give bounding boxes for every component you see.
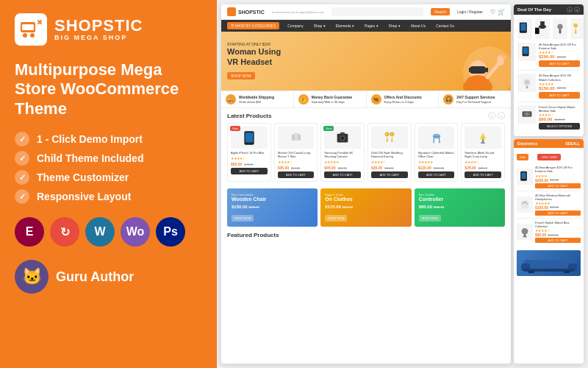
svg-point-47 <box>524 79 528 84</box>
banner-title-2: On Clothes <box>325 197 406 202</box>
product-name-3: Samsung Portable 4K Shooting Camera <box>324 151 361 158</box>
product-img-4 <box>371 127 408 149</box>
mockup-logo-text: SHOPSTIC <box>238 10 265 15</box>
woocommerce-icon[interactable]: Wo <box>121 217 150 247</box>
deal-of-the-day: Deal Of The Day ‹ › <box>514 4 584 136</box>
svg-line-17 <box>503 57 505 58</box>
svg-rect-21 <box>294 132 298 140</box>
deal-next[interactable]: › <box>574 7 580 13</box>
hero-btn[interactable]: SHOP NOW <box>227 72 255 79</box>
products-next[interactable]: › <box>498 112 505 119</box>
svg-rect-25 <box>340 132 345 135</box>
cat-img-1 <box>517 169 533 185</box>
cat-info-1: 40-New Aimgoe 45% Off For Extreme Sale ★… <box>535 166 581 188</box>
svg-rect-53 <box>522 172 526 179</box>
deal-info-2: 40-New Aimgoe 45% Off Watch Collection ★… <box>539 74 580 98</box>
svg-rect-11 <box>486 68 488 72</box>
deal-img-2 <box>517 74 536 92</box>
product-old-price-2: $50.00 <box>291 166 300 170</box>
electronics-sidebar: Electronics SEEALL Sale -ONLY $200* 40-N… <box>514 139 584 364</box>
banner-btn-1[interactable]: SHOP NOW <box>232 215 254 222</box>
cart-icon[interactable]: 🛒 <box>498 9 505 15</box>
product-add-btn-4[interactable]: ADD TO CART <box>371 171 408 178</box>
nav-shop2[interactable]: Shop ▾ <box>387 22 403 29</box>
cat-pricing-1: $200.00 $40.00 <box>535 178 581 183</box>
shipping-icon: 🚚 <box>226 94 236 105</box>
feature-shipping: 🚚 Worldwide Shipping Order above $50 <box>221 91 294 107</box>
logo-area: SHOPSTIC BIG MEGA SHOP <box>15 13 202 46</box>
mockup-search-bar[interactable] <box>331 7 423 16</box>
product-add-btn-2[interactable]: ADD TO CART <box>278 171 315 178</box>
electronics-sale-badge: Sale <box>517 154 528 160</box>
nav-about[interactable]: About Us <box>409 22 429 29</box>
deal-add-btn-1[interactable]: ADD TO CART <box>539 60 580 67</box>
cat-btn-3[interactable]: ADD TO CART <box>535 238 581 243</box>
products-prev[interactable]: ‹ <box>488 112 495 119</box>
product-add-btn-3[interactable]: ADD TO CART <box>324 171 361 178</box>
wordpress-icon[interactable]: W <box>85 217 115 247</box>
mockup-main: SHOPSTIC ● themeforest.net ● support@the… <box>221 4 511 364</box>
product-add-btn-1[interactable]: ADD TO CART <box>231 168 268 174</box>
feature-label-2: Child Theme Included <box>37 152 143 164</box>
electronics-title: Electronics <box>517 141 537 146</box>
product-add-btn-6[interactable]: ADD TO CART <box>465 171 501 178</box>
banner-title-1: Wooden Chair <box>232 197 313 202</box>
mockup-search-btn[interactable]: Search <box>431 8 450 15</box>
product-img-6 <box>465 127 501 149</box>
svg-rect-59 <box>523 237 527 238</box>
svg-point-51 <box>526 113 528 116</box>
support-text: 24/7 Support Services Pay For Technical … <box>456 95 495 105</box>
store-url: ● themeforest.net ● support@thero.com <box>272 10 324 14</box>
product-img-2 <box>278 127 315 149</box>
svg-point-1 <box>23 33 27 38</box>
electronics-link[interactable]: SEEALL <box>565 141 580 146</box>
nav-pages[interactable]: Pages ▾ <box>362 22 381 29</box>
featured-section: Featured Products <box>221 230 511 241</box>
svg-rect-29 <box>433 136 440 137</box>
nav-shop[interactable]: Shop ▾ <box>312 22 328 29</box>
deal-prev[interactable]: ‹ <box>567 7 573 13</box>
customizer-icon[interactable]: ↻ <box>50 217 79 247</box>
cat-btn-2[interactable]: ADD TO CART <box>535 210 581 216</box>
logo-name: SHOPSTIC <box>54 18 143 34</box>
nav-company[interactable]: Company <box>285 22 305 29</box>
product-badge-1: Sale <box>230 126 240 131</box>
cat-btn-1[interactable]: ADD TO CART <box>535 183 581 188</box>
guru-icon: 🐱 <box>22 267 42 286</box>
product-img-5 <box>418 127 455 149</box>
product-stars-4: ★★★★☆ <box>371 160 408 164</box>
svg-point-42 <box>573 24 578 28</box>
heart-icon[interactable]: ♡ <box>490 9 495 15</box>
product-old-price-5: $150.00 <box>434 166 444 170</box>
banner-btn-2[interactable]: SHOP NOW <box>325 215 347 222</box>
svg-point-20 <box>248 143 249 144</box>
product-stars-5: ★★★★★ <box>418 160 455 164</box>
product-add-btn-5[interactable]: ADD TO CART <box>418 171 455 178</box>
deal-name-3: French Decor Stylish Watch Medium Sale <box>539 105 580 113</box>
mockup-hero: STARTING AT ONLY $100 Woman Using VR Hea… <box>221 32 511 91</box>
nav-category-btn[interactable]: ☰ SHOP BY CATEGORIES <box>227 22 279 29</box>
nav-elements[interactable]: Elements ▾ <box>334 22 356 29</box>
deal-price-new-2: $150.00 <box>539 86 555 91</box>
deal-add-btn-2[interactable]: ADD TO CART <box>539 92 580 99</box>
product-name-2: Women Girl Casual Long Sleeve T Shirt <box>278 151 315 158</box>
mockup-login[interactable]: Login / Register <box>457 10 483 14</box>
deal-price-old-2: $40.00 <box>557 86 566 90</box>
hero-title: Woman Using VR Headset <box>227 46 286 68</box>
svg-rect-9 <box>470 66 486 74</box>
money-back-icon: 💰 <box>298 94 309 105</box>
features-list: ✓ 1 - Click Demo Import ✓ Child Theme In… <box>15 132 202 204</box>
deal-name-2: 40-New Aimgoe 45% Off Watch Collection <box>539 74 580 81</box>
svg-rect-58 <box>524 235 526 237</box>
deal-add-btn-3[interactable]: SELECT OPTIONS <box>539 123 580 130</box>
nav-contact[interactable]: Contact Us <box>434 22 456 29</box>
photoshop-icon[interactable]: Ps <box>156 217 185 247</box>
cat-price-1: $200.00 <box>535 178 548 183</box>
banner-label-2: Biggest Deals <box>325 193 406 197</box>
support-icon: 🎧 <box>443 94 453 105</box>
product-stars-1: ★★★★☆ <box>231 156 268 160</box>
elementor-icon[interactable]: E <box>15 217 44 247</box>
banner-btn-3[interactable]: SHOP NOW <box>419 215 441 222</box>
deal-img-3 <box>517 105 536 124</box>
deal-product-2: 40-New Aimgoe 45% Off Watch Collection ★… <box>517 74 580 102</box>
